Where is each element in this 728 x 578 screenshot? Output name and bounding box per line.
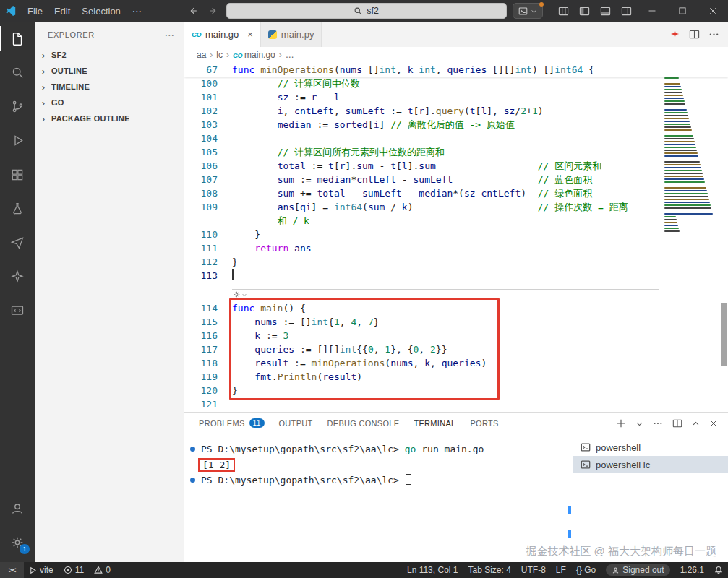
- toggle-secondary-sidebar-icon[interactable]: [616, 0, 637, 22]
- breadcrumb-item[interactable]: lc: [216, 50, 223, 60]
- customize-layout-icon[interactable]: [553, 0, 574, 22]
- sticky-scroll-line[interactable]: 67func minOperations(nums []int, k int, …: [184, 63, 728, 77]
- editor-more-actions-icon[interactable]: [708, 29, 719, 40]
- activity-item-run-debug[interactable]: [0, 124, 35, 158]
- sidebar-section-go[interactable]: ›GO: [35, 95, 184, 111]
- menu-item-selection[interactable]: Selection: [76, 3, 126, 20]
- code-line[interactable]: 112}: [184, 255, 728, 269]
- remote-indicator[interactable]: ><: [0, 562, 24, 578]
- activity-item-source-control[interactable]: [0, 90, 35, 124]
- command-decoration-dot[interactable]: [190, 478, 195, 483]
- close-panel-icon[interactable]: [709, 419, 718, 428]
- code-line[interactable]: 101 sz := r - l: [184, 90, 728, 104]
- status-item-signed-out[interactable]: Signed out: [601, 562, 675, 578]
- activity-item-extensions[interactable]: [0, 158, 35, 191]
- panel-tab-output[interactable]: OUTPUT: [279, 413, 313, 434]
- forward-arrow-icon[interactable]: [206, 4, 220, 18]
- split-editor-icon[interactable]: [689, 29, 700, 40]
- status-item-11[interactable]: 11: [59, 562, 89, 578]
- status-item-utf-8[interactable]: UTF-8: [516, 562, 551, 578]
- new-terminal-icon[interactable]: [616, 418, 626, 428]
- menu-item-edit[interactable]: Edit: [48, 3, 76, 20]
- sidebar-section-sf2[interactable]: ›SF2: [35, 47, 184, 63]
- sidebar-section-timeline[interactable]: ›TIMELINE: [35, 79, 184, 95]
- code-line[interactable]: 114func main() {: [184, 301, 728, 315]
- code-line[interactable]: 109 ans[qi] = int64(sum / k) // 操作次数 = 距…: [184, 200, 728, 214]
- activity-item-paper-plane[interactable]: [0, 225, 35, 259]
- code-line[interactable]: 100 // 计算区间中位数: [184, 77, 728, 90]
- status-item-vite[interactable]: vite: [24, 562, 59, 578]
- code-line[interactable]: 105 // 计算区间所有元素到中位数的距离和: [184, 145, 728, 159]
- code-line[interactable]: 117 queries := [][]int{{0, 1}, {0, 2}}: [184, 342, 728, 356]
- code-line[interactable]: 121: [184, 397, 728, 411]
- toggle-panel-icon[interactable]: [595, 0, 616, 22]
- close-button[interactable]: [698, 0, 728, 22]
- maximize-button[interactable]: [667, 0, 698, 22]
- code-line[interactable]: 113: [184, 269, 728, 282]
- profile-dropdown[interactable]: [513, 3, 543, 19]
- toggle-sidebar-icon[interactable]: [574, 0, 595, 22]
- panel-tab-terminal[interactable]: TERMINAL: [414, 413, 455, 434]
- terminal-line[interactable]: PS D:\mysetup\gopath\src\sf2\aa\lc> go r…: [191, 441, 564, 457]
- tab-main-go[interactable]: GOmain.go×: [184, 22, 261, 47]
- activity-item-settings[interactable]: 1: [0, 525, 35, 559]
- command-decoration-dot[interactable]: [190, 447, 195, 452]
- status-item-tab-size-4[interactable]: Tab Size: 4: [463, 562, 515, 578]
- code-line[interactable]: 103 median := sorted[i] // 离散化后的值 -> 原始值: [184, 118, 728, 131]
- status-item-0[interactable]: 0: [89, 562, 116, 578]
- split-panel-icon[interactable]: [672, 418, 682, 428]
- code-line[interactable]: 和 / k: [184, 214, 728, 228]
- gear-icon[interactable]: [233, 290, 247, 298]
- code-line[interactable]: 118 result := minOperations(nums, k, que…: [184, 356, 728, 370]
- terminal-line[interactable]: PS D:\mysetup\gopath\src\sf2\aa\lc>: [191, 473, 573, 488]
- tab-close-icon[interactable]: ×: [247, 29, 253, 40]
- breadcrumb-item[interactable]: aa: [197, 50, 206, 60]
- activity-item-sparkle[interactable]: [0, 259, 35, 293]
- terminal-output[interactable]: PS D:\mysetup\gopath\src\sf2\aa\lc> go r…: [184, 434, 573, 562]
- status-item-icon[interactable]: [709, 562, 728, 578]
- code-line[interactable]: 120}: [184, 384, 728, 397]
- status-item-ln-113-col-1[interactable]: Ln 113, Col 1: [402, 562, 463, 578]
- sidebar-section-outline[interactable]: ›OUTLINE: [35, 63, 184, 79]
- panel-more-icon[interactable]: [653, 418, 663, 428]
- code-line[interactable]: 116 k := 3: [184, 329, 728, 342]
- status-item-lf[interactable]: LF: [551, 562, 571, 578]
- activity-item-account[interactable]: [0, 491, 35, 525]
- status-item--go[interactable]: {} Go: [571, 562, 601, 578]
- activity-item-search[interactable]: [0, 56, 35, 90]
- terminal-line[interactable]: [1 2]: [191, 457, 573, 473]
- minimap[interactable]: [661, 64, 718, 233]
- maximize-panel-icon[interactable]: [692, 420, 700, 428]
- panel-tab-problems[interactable]: PROBLEMS11: [199, 413, 265, 434]
- menu-item-x[interactable]: ⋯: [127, 3, 147, 20]
- command-center-search[interactable]: sf2: [226, 3, 507, 19]
- code-line[interactable]: 108 sum += total - sumLeft - median*(sz-…: [184, 186, 728, 200]
- terminal-dropdown-icon[interactable]: [635, 420, 643, 428]
- code-line[interactable]: 102 i, cntLeft, sumLeft := t[r].query(t[…: [184, 104, 728, 118]
- tab-main-py[interactable]: main.py: [261, 22, 322, 47]
- sparkle-extension-icon[interactable]: [669, 29, 680, 40]
- code-line[interactable]: 107 sum := median*cntLeft - sumLeft // 蓝…: [184, 173, 728, 186]
- back-arrow-icon[interactable]: [186, 4, 200, 18]
- panel-tab-ports[interactable]: PORTS: [470, 413, 498, 434]
- code-line[interactable]: 106 total := t[r].sum - t[l].sum // 区间元素…: [184, 159, 728, 173]
- editor-scrollbar[interactable]: [721, 303, 727, 366]
- panel-tab-debug-console[interactable]: DEBUG CONSOLE: [327, 413, 400, 434]
- menu-item-file[interactable]: File: [22, 3, 48, 20]
- activity-item-explorer[interactable]: [0, 22, 35, 56]
- code-line[interactable]: 119 fmt.Println(result): [184, 370, 728, 384]
- sidebar-more-icon[interactable]: ⋯: [164, 29, 175, 40]
- breadcrumb-item[interactable]: …: [286, 50, 294, 60]
- code-line[interactable]: 104: [184, 131, 728, 145]
- minimize-button[interactable]: [637, 0, 667, 22]
- breadcrumb-item[interactable]: GOmain.go: [233, 50, 275, 60]
- activity-item-test-flask[interactable]: [0, 191, 35, 225]
- code-line[interactable]: 111 return ans: [184, 241, 728, 255]
- terminal-list-item[interactable]: powershell lc: [573, 456, 728, 473]
- code-editor[interactable]: 67func minOperations(nums []int, k int, …: [184, 63, 728, 412]
- activity-item-remote-window[interactable]: [0, 293, 35, 327]
- sidebar-section-package-outline[interactable]: ›PACKAGE OUTLINE: [35, 111, 184, 126]
- status-item-1-26-1[interactable]: 1.26.1: [675, 562, 709, 578]
- code-line[interactable]: 110 }: [184, 228, 728, 241]
- terminal-list-item[interactable]: powershell: [573, 439, 728, 456]
